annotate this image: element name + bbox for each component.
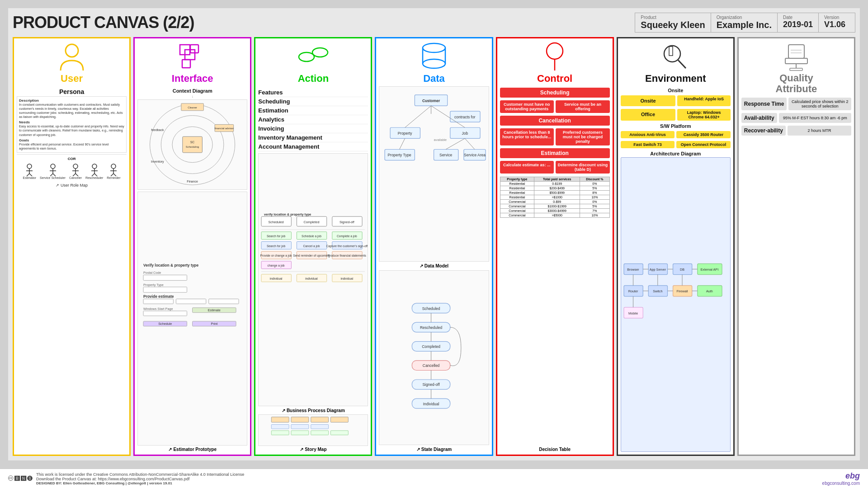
svg-text:App Server: App Server	[649, 267, 666, 272]
dt-cell: Residential	[500, 182, 534, 186]
role-reminder: Reminder	[107, 164, 120, 179]
svg-point-0	[66, 44, 78, 57]
dt-row: Commercial$3000-$49997%	[500, 209, 609, 213]
svg-text:Completed: Completed	[422, 344, 441, 349]
col-environment: Environment Onsite Onsite Handheld: Appl…	[617, 37, 735, 456]
svg-text:Produce financial statements: Produce financial statements	[328, 254, 367, 257]
router-card: Cassidy 3500 Router	[676, 131, 731, 138]
cc-icon: 🅭	[8, 475, 14, 482]
estimator-label: ↗Estimator Prototype	[137, 447, 247, 452]
action-account: Account Management	[258, 142, 368, 151]
footer-left: 🅭 🅱 🅽 🅢 This work is licensed under the …	[8, 472, 244, 485]
sw-row2: Fast Switch 73 Open Connect Protocol	[621, 141, 731, 148]
dt-cell: 7%	[580, 209, 610, 213]
product-box: Product Squeeky Kleen	[635, 13, 711, 32]
svg-rect-99	[272, 417, 289, 422]
nc-icon: 🅽	[21, 475, 26, 482]
col-quality-title: Quality Attribute	[741, 73, 851, 94]
col-action-title: Action	[258, 73, 368, 84]
dt-row: Residential>$100010%	[500, 195, 609, 200]
laptop-card: Laptop: Windows Chrome 64.032+	[677, 109, 731, 121]
product-name: Squeeky Kleen	[641, 20, 705, 30]
dt-cell: 8%	[580, 191, 610, 195]
footer: 🅭 🅱 🅽 🅢 This work is licensed under the …	[0, 469, 868, 488]
svg-text:Browser: Browser	[627, 267, 639, 272]
header: PRODUCT CANVAS (2/2) Product Squeeky Kle…	[13, 13, 855, 33]
svg-rect-106	[272, 431, 289, 435]
date-label: Date	[783, 15, 813, 20]
data-icon	[379, 41, 489, 73]
svg-rect-109	[331, 431, 349, 435]
version-value: V1.06	[824, 20, 849, 29]
svg-text:SC: SC	[190, 141, 195, 144]
org-name: Example Inc.	[717, 20, 772, 30]
svg-text:Verify location & property typ: Verify location & property type	[143, 263, 198, 267]
dt-cell: >$1000	[534, 195, 580, 200]
state-diagram: Scheduled Rescheduled Completed Cancelle…	[379, 270, 489, 446]
svg-point-154	[664, 46, 680, 62]
cor-label: COR	[68, 157, 76, 161]
svg-point-11	[73, 164, 78, 169]
svg-text:Search for job: Search for job	[267, 244, 286, 248]
action-icon	[258, 41, 368, 73]
svg-text:Complete a job: Complete a job	[337, 235, 357, 238]
svg-rect-185	[788, 45, 804, 58]
svg-rect-107	[291, 431, 309, 435]
control-scheduling-reqs: Customer must have no outstanding paymen…	[500, 100, 610, 113]
sa-icon: 🅢	[27, 475, 33, 482]
svg-text:change a job: change a job	[268, 264, 285, 267]
quality-icon	[741, 41, 851, 73]
svg-text:contracts for: contracts for	[455, 115, 476, 119]
col-user-title: User	[17, 73, 127, 84]
svg-rect-101	[311, 417, 329, 422]
estimate-req2: Determine discount using (table D)	[556, 161, 610, 174]
svg-point-6	[51, 164, 55, 169]
availability-label: Avail-ability	[741, 113, 777, 123]
svg-text:Capture the customer's sign-of: Capture the customer's sign-off	[326, 244, 368, 248]
svg-point-110	[423, 43, 445, 52]
org-box: Organization Example Inc.	[711, 13, 778, 32]
role-scheduler-label: Service Scheduler	[40, 176, 66, 179]
svg-point-21	[111, 164, 116, 169]
onsite-row: Onsite Handheld: Apple IoS	[621, 95, 731, 106]
col-data: Data Customer contracts for Job Property	[375, 37, 493, 456]
svg-text:Router: Router	[628, 289, 638, 293]
license-text: This work is licensed under the Creative…	[36, 472, 244, 477]
arch-diagram-title: Architecture Diagram	[621, 151, 731, 156]
user-role-map-arrow: ↗User Role Map	[56, 183, 88, 188]
control-estimation-reqs: Calculate estimate as: ... Determine dis…	[500, 161, 610, 174]
svg-text:Estimate: Estimate	[208, 308, 221, 312]
main-container: PRODUCT CANVAS (2/2) Product Squeeky Kle…	[8, 8, 860, 460]
story-map	[258, 414, 368, 446]
svg-rect-105	[311, 424, 329, 429]
user-icon	[17, 41, 127, 73]
col-interface: Interface Context Diagram ↓ SC Schedulin…	[133, 37, 251, 456]
svg-point-1	[27, 164, 32, 169]
dt-row: Commercial0-$990%	[500, 200, 609, 204]
footer-text: This work is licensed under the Creative…	[36, 472, 244, 485]
scheduling-req1: Customer must have no outstanding paymen…	[500, 100, 554, 113]
svg-text:Cleaner: Cleaner	[188, 106, 197, 109]
dt-row: Residential$500-$9998%	[500, 191, 609, 195]
role-rescheduler-label: Rescheduler	[85, 176, 103, 179]
svg-rect-47	[143, 275, 187, 281]
svg-text:Property Type: Property Type	[388, 153, 412, 157]
dt-cell: Commercial	[500, 200, 534, 204]
svg-text:Individual: Individual	[423, 401, 439, 406]
persona-label: Persona	[17, 88, 127, 95]
dt-cell: 10%	[580, 213, 610, 218]
role-estimator-label: Estimator	[23, 176, 37, 179]
goals-text: Provide efficient and personal service. …	[19, 142, 124, 150]
svg-text:Inventory: Inventory	[151, 160, 164, 164]
svg-text:Scheduled: Scheduled	[269, 220, 284, 224]
dt-cell: 0-$99	[534, 200, 580, 204]
office-row: Office Laptop: Windows Chrome 64.032+	[621, 109, 731, 121]
svg-text:Schedule a job: Schedule a job	[302, 235, 321, 238]
action-estimation: Estimation	[258, 106, 368, 115]
svg-point-113	[423, 59, 445, 68]
response-time-label: Response Time	[741, 98, 787, 110]
cc-icons: 🅭 🅱 🅽 🅢	[8, 475, 33, 482]
control-icon	[500, 41, 610, 73]
dt-cell: >$5000	[534, 213, 580, 218]
role-scheduler: Service Scheduler	[40, 164, 66, 179]
